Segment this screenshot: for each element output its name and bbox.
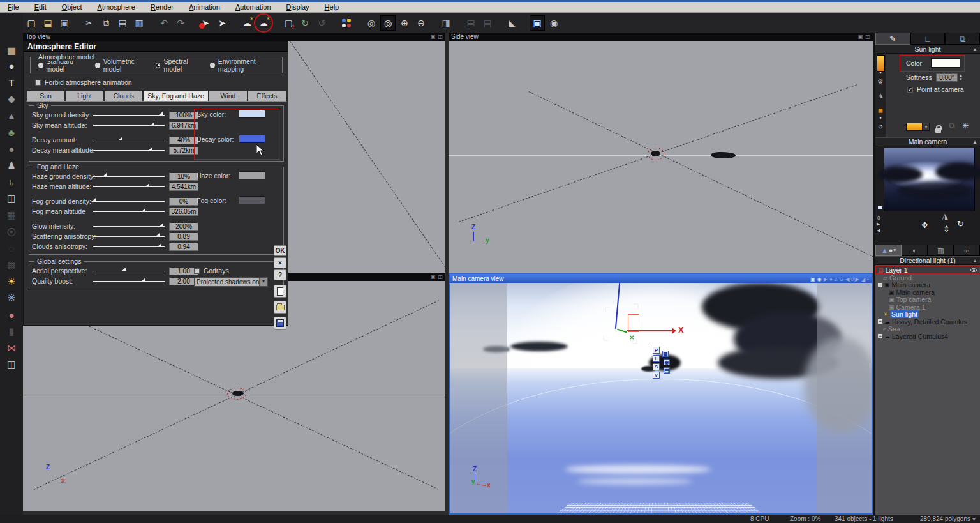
planet-icon[interactable]: ♄ [3,174,20,190]
gear-icon[interactable]: ⚙ [876,75,885,87]
tree-expander-icon[interactable]: + [877,333,883,339]
new-scene-icon[interactable]: ▢ [24,15,39,31]
camera-header-icons[interactable]: ▣◉▶●ZG◀(0)▶◢▪ [808,275,869,282]
render-area-icon[interactable]: ▣ [530,15,545,31]
object-properties-icon[interactable]: ▢? [281,15,296,31]
quick-button-l[interactable]: L [653,355,660,362]
tree-item-main-camera[interactable]: ▣Main camera [875,289,980,296]
menu-render[interactable]: Render [143,2,181,13]
slider-track[interactable] [93,172,165,180]
viewport-maximize-icon[interactable]: ▣ [431,274,436,280]
quick-button-s[interactable]: S [653,363,660,370]
close-button[interactable]: × [274,257,286,268]
directional-light-header[interactable]: Directional light (1)▲ [875,256,980,265]
camera-header-icon-1[interactable]: ◉ [817,277,822,282]
mountain-icon[interactable]: ▲ [3,107,20,124]
camera-header-icon-3[interactable]: ● [829,277,833,282]
slider-track[interactable] [93,222,165,230]
slider-track[interactable] [93,267,165,275]
main-camera-viewport[interactable]: Main camera view ▣◉▶●ZG◀(0)▶◢▪ [449,273,873,515]
refresh-icon[interactable]: ↺ [876,120,885,133]
visibility-eye-icon[interactable] [970,268,977,272]
slider-thumb[interactable] [91,198,96,202]
slider-thumb[interactable] [155,233,160,237]
slider-thumb[interactable] [150,122,154,126]
slider-value[interactable]: 200% [169,222,198,231]
radio-dot[interactable] [156,63,161,68]
slider-track[interactable] [93,232,165,240]
smart-rotate-icon[interactable]: ↺ [314,15,329,31]
slider-track[interactable] [93,146,165,154]
slider-thumb[interactable] [159,223,163,227]
redo-icon[interactable]: ↷ [173,15,188,31]
main-camera-header[interactable]: Main camera view ▣◉▶●ZG◀(0)▶◢▪ [450,274,872,283]
ok-button[interactable]: OK [274,245,286,256]
menu-automation[interactable]: Automation [228,2,279,13]
light-gradient-swatch[interactable] [877,55,885,72]
quick-zoom-icon[interactable]: ◉ [664,359,670,365]
lens-flare-icon[interactable]: ⋈ [3,340,20,356]
tree-item-heavy-detailed-cumulus[interactable]: +☁Heavy, Detailed Cumulus [875,318,980,326]
animation-setup-icon[interactable]: ◣ [505,15,520,31]
pan-hand-icon[interactable]: ✥ [921,220,928,230]
slider-thumb[interactable] [118,137,122,140]
top-view-header[interactable]: Top view ▣ ◫ [23,33,445,41]
blob-icon[interactable]: ◌ [3,240,20,257]
material-cube-icon[interactable]: ◼ [876,103,885,117]
front-view-header[interactable]: ▣ ◫ [288,273,445,281]
radio-dot[interactable] [95,63,100,68]
slider-track[interactable] [93,111,165,119]
undo-icon[interactable]: ↶ [156,15,172,31]
paste-icon[interactable]: ▤ [115,15,130,31]
dialog-title[interactable]: Atmosphere Editor [24,42,288,52]
menu-animation[interactable]: Animation [181,2,228,13]
main-camera-header[interactable]: Main camera▲ [875,137,980,146]
metaballs-icon[interactable]: ⦿ [3,224,20,240]
slider-track[interactable] [93,243,165,250]
collapse-icon[interactable]: ▲ [972,139,977,145]
radio-dot[interactable] [210,63,215,68]
camera-object[interactable] [232,391,244,396]
viewport-camera-icon[interactable]: ◫ [438,34,443,40]
magnifier-icon[interactable]: ◎ [380,15,396,31]
rock-icon[interactable]: ◆ [3,91,20,107]
person-icon[interactable]: ♟ [3,157,20,174]
sphere-primitive-icon[interactable]: ● [3,57,20,74]
truck-updown-icon[interactable]: ⇕ [943,224,950,234]
tab-effects[interactable]: Effects [248,90,286,101]
timeline-icon[interactable]: ▤ [463,15,479,31]
slider-value[interactable]: 326.05m [169,208,198,216]
rotate-handle[interactable] [634,303,639,308]
tab-animation[interactable]: ⧉ [945,33,980,45]
play-icon[interactable]: ▶ [877,222,880,227]
godrays-row[interactable]: Godrays [194,267,229,275]
slider-track[interactable] [93,208,165,215]
slider-thumb[interactable] [102,173,107,177]
status-dropdown-icon[interactable]: ▾ [972,515,976,522]
quick-button-p[interactable]: P [653,347,660,354]
cube-icon[interactable]: ◫ [3,190,20,207]
text-object-icon[interactable]: T [3,74,20,91]
camera-header-icon-4[interactable]: Z [835,277,838,282]
side-view-viewport[interactable]: Z y [449,41,873,273]
tab-sun[interactable]: Sun [26,90,65,101]
slider-thumb[interactable] [148,147,152,151]
zoom-out-icon[interactable]: ⊖ [413,15,429,31]
tab-wind[interactable]: Wind [209,90,248,101]
menu-help[interactable]: Help [317,2,347,13]
slider-value[interactable]: 18% [169,172,198,181]
camera-header-icon-7[interactable]: ◢ [861,277,865,282]
tree-expander-icon[interactable]: + [877,319,883,324]
camera-header-icon-0[interactable]: ▣ [810,277,815,282]
tab-library[interactable]: ▥ [928,245,954,256]
viewport-maximize-icon[interactable]: ▣ [858,34,863,40]
tree-item-layer-1[interactable]: ▤Layer 1 [875,266,980,274]
tree-item-sun-light[interactable]: ☀Sun light [875,311,980,319]
tab-light[interactable]: Light [65,90,104,101]
rotate-object-icon[interactable]: ↻ [297,15,313,31]
camera-object-icon[interactable]: ◫ [3,356,20,373]
point-at-camera-row[interactable]: ✓ Point at camera [907,86,964,93]
buildings-icon[interactable]: ▮ [3,323,20,340]
slider-value[interactable]: 0.94 [169,243,198,251]
zoom-object-icon[interactable]: ◎ [364,15,379,31]
